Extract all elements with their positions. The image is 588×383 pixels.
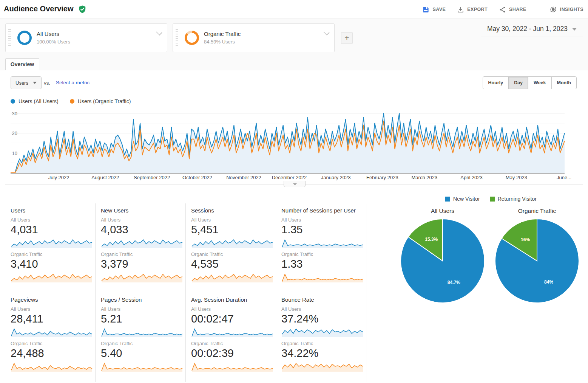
drag-handle-icon[interactable] (176, 29, 178, 47)
metric-value-organic-traffic: 00:02:39 (191, 347, 272, 360)
metric-card-bounce-rate[interactable]: Bounce RateAll Users37.24%Organic Traffi… (276, 293, 366, 382)
segment-name: Organic Traffic (204, 31, 241, 37)
granularity-day-button[interactable]: Day (508, 76, 528, 89)
audience-overview-page: Audience Overview SAVE EXPORT (0, 0, 588, 383)
sparkline-chart (281, 361, 364, 372)
legend-square-icon (445, 197, 450, 202)
metric-selector-dropdown[interactable]: Users (11, 76, 42, 89)
metric-card-pageviews[interactable]: PageviewsAll Users28,411Organic Traffic2… (5, 293, 96, 382)
download-icon (457, 6, 464, 13)
granularity-week-button[interactable]: Week (528, 76, 551, 89)
granularity-month-button[interactable]: Month (551, 76, 577, 89)
svg-text:20: 20 (12, 130, 17, 136)
export-button[interactable]: EXPORT (457, 6, 488, 13)
metric-card-sessions[interactable]: SessionsAll Users5,451Organic Traffic4,5… (186, 203, 276, 293)
legend-label: Users (All Users) (19, 98, 59, 104)
svg-text:October 2022: October 2022 (182, 175, 212, 180)
select-a-metric-link[interactable]: Select a metric (56, 80, 90, 85)
svg-text:April 2023: April 2023 (460, 175, 483, 180)
segment-label-all-users: All Users (101, 306, 182, 312)
tab-overview[interactable]: Overview (5, 58, 39, 70)
segment-label-all-users: All Users (11, 217, 91, 223)
pie-legend-item: Returning Visitor (490, 196, 537, 202)
legend-square-icon (490, 197, 495, 202)
metric-value-all-users: 37.24% (281, 312, 362, 325)
pie-chart-all-users[interactable]: 84.7%15.3% (400, 218, 486, 304)
metric-value-organic-traffic: 3,379 (101, 257, 182, 270)
sparkline-chart (11, 272, 93, 283)
drag-handle-icon[interactable] (8, 29, 11, 47)
metric-value-all-users: 5.21 (101, 312, 182, 325)
caret-down-icon (572, 28, 577, 31)
metric-title: Pages / Session (101, 296, 182, 303)
metric-title: Users (11, 207, 91, 214)
segment-label-all-users: All Users (11, 306, 91, 312)
svg-text:December 2022: December 2022 (272, 175, 307, 180)
tab-row-underline (0, 70, 588, 70)
segment-card-organic-traffic[interactable]: Organic Traffic 84.59% Users (173, 23, 335, 52)
segment-label-all-users: All Users (191, 306, 272, 312)
pie-legend-item: New Visitor (445, 196, 480, 202)
legend-item: Users (All Users) (11, 98, 59, 104)
svg-text:February 2023: February 2023 (366, 175, 398, 180)
granularity-toggle: HourlyDayWeekMonth (483, 76, 577, 89)
metric-card-users[interactable]: UsersAll Users4,031Organic Traffic3,410 (5, 203, 96, 293)
page-title: Audience Overview (4, 5, 74, 13)
timeseries-legend: Users (All Users)Users (Organic Traffic) (11, 98, 131, 104)
pie-legend-label: Returning Visitor (498, 196, 537, 202)
legend-dot-icon (11, 99, 15, 104)
metric-value-organic-traffic: 24,488 (11, 347, 91, 360)
metric-title: New Users (101, 207, 182, 214)
segment-label-all-users: All Users (191, 217, 272, 223)
chevron-down-icon[interactable] (323, 29, 330, 36)
insights-icon (549, 6, 557, 13)
metric-card-new-users[interactable]: New UsersAll Users4,033Organic Traffic3,… (96, 203, 186, 293)
metric-title: Bounce Rate (281, 296, 362, 303)
segment-label-organic-traffic: Organic Traffic (191, 341, 272, 346)
sparkline-chart (191, 327, 273, 338)
sparkline-chart (11, 361, 93, 372)
save-button[interactable]: SAVE (422, 6, 446, 13)
granularity-hourly-button[interactable]: Hourly (483, 76, 509, 89)
sparkline-chart (281, 272, 364, 283)
users-timeseries-chart[interactable]: 102030July 2022August 2022September 2022… (0, 105, 588, 185)
legend-dot-icon (70, 99, 74, 104)
svg-text:10: 10 (12, 150, 17, 156)
metric-card-pages-session[interactable]: Pages / SessionAll Users5.21Organic Traf… (96, 293, 186, 382)
metric-card-avg-session-duration[interactable]: Avg. Session DurationAll Users00:02:47Or… (186, 293, 276, 382)
chart-collapse-tab[interactable] (284, 181, 306, 187)
segment-detail: 84.59% Users (204, 39, 235, 45)
metric-card-number-of-sessions-per-user[interactable]: Number of Sessions per UserAll Users1.35… (276, 203, 366, 293)
segment-card-all-users[interactable]: All Users 100.00% Users (5, 23, 167, 52)
pie-chart-organic-traffic[interactable]: 84%16% (494, 218, 580, 304)
segment-label-organic-traffic: Organic Traffic (101, 341, 182, 346)
metric-value-organic-traffic: 3,410 (11, 257, 91, 270)
pie-title-organic-traffic: Organic Traffic (494, 208, 580, 214)
segment-label-organic-traffic: Organic Traffic (101, 251, 182, 257)
date-range-selector[interactable]: May 30, 2022 - Jun 1, 2023 (487, 25, 577, 33)
svg-text:30: 30 (12, 111, 17, 116)
segment-name: All Users (37, 31, 59, 37)
svg-text:March 2023: March 2023 (412, 175, 438, 180)
insights-button[interactable]: INSIGHTS (549, 6, 583, 13)
top-bar: Audience Overview SAVE EXPORT (0, 0, 588, 19)
date-range-label: May 30, 2022 - Jun 1, 2023 (487, 25, 568, 33)
metric-title: Pageviews (11, 296, 91, 303)
verified-shield-icon (78, 5, 86, 14)
svg-text:November 2022: November 2022 (226, 175, 261, 180)
metric-value-organic-traffic: 1.33 (281, 257, 362, 270)
sparkline-chart (101, 361, 183, 372)
sparkline-chart (101, 272, 183, 283)
share-button[interactable]: SHARE (499, 6, 526, 13)
legend-label: Users (Organic Traffic) (78, 98, 131, 104)
chevron-down-icon[interactable] (156, 29, 162, 36)
metric-selector-label: Users (15, 80, 28, 86)
add-segment-button[interactable]: + (341, 32, 353, 44)
header-actions: SAVE EXPORT SHARE (422, 0, 583, 19)
metric-value-all-users: 00:02:47 (191, 312, 272, 325)
segment-label-organic-traffic: Organic Traffic (281, 251, 362, 257)
metric-title: Sessions (191, 207, 272, 214)
pie-slice-percentage: 84.7% (448, 280, 460, 285)
pie-slice-percentage: 16% (521, 237, 530, 242)
sparkline-chart (281, 327, 364, 338)
